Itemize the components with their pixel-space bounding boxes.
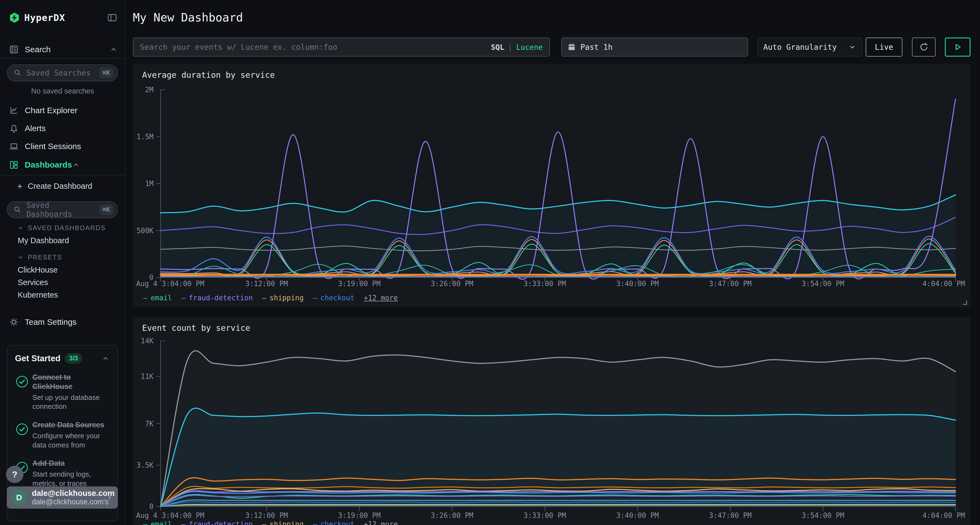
svg-text:3.5K: 3.5K [136, 461, 154, 469]
refresh-button[interactable] [912, 38, 935, 57]
chevron-down-icon [17, 254, 24, 261]
legend-label: shipping [269, 520, 304, 525]
plus-icon [16, 182, 24, 190]
sidebar-item-label: Dashboards [25, 160, 72, 170]
svg-text:Aug 4 3:04:00 PM: Aug 4 3:04:00 PM [136, 280, 204, 288]
get-started-item-sources[interactable]: Create Data Sources Configure where your… [15, 420, 110, 450]
toolbar: Search your events w/ Lucene ex. column:… [125, 38, 980, 57]
legend-item[interactable]: —email [143, 520, 172, 525]
legend-item[interactable]: —checkout [313, 520, 355, 525]
sidebar-item-clickhouse[interactable]: ClickHouse [18, 265, 58, 274]
check-circle-icon [15, 373, 32, 411]
sidebar-item-alerts[interactable]: Alerts [0, 122, 125, 135]
get-started-header[interactable]: Get Started 3/3 [15, 353, 110, 364]
sidebar-item-label: Team Settings [25, 317, 76, 327]
svg-text:14K: 14K [141, 337, 154, 345]
user-team: dale@clickhouse.com's [32, 498, 105, 506]
time-range-value: Past 1h [581, 43, 612, 52]
legend-swatch: — [181, 520, 186, 525]
legend-item[interactable]: —shipping [262, 294, 304, 302]
svg-text:3:33:00 PM: 3:33:00 PM [523, 511, 566, 520]
sidebar-item-client-sessions[interactable]: Client Sessions [0, 140, 125, 153]
svg-text:3:54:00 PM: 3:54:00 PM [802, 280, 845, 288]
user-menu[interactable]: D dale@clickhouse.com dale@clickhouse.co… [7, 486, 118, 509]
get-started-progress-badge: 3/3 [65, 353, 82, 364]
main-content: My New Dashboard Search your events w/ L… [125, 0, 980, 525]
legend-item[interactable]: —email [143, 294, 172, 302]
svg-text:3:12:00 PM: 3:12:00 PM [245, 280, 288, 288]
section-saved-dashboards[interactable]: SAVED DASHBOARDS [17, 224, 106, 232]
check-circle-icon [15, 420, 32, 450]
svg-text:3:33:00 PM: 3:33:00 PM [523, 280, 566, 288]
lucene-toggle[interactable]: Lucene [516, 43, 543, 51]
legend-item[interactable]: —fraud-detection [181, 520, 253, 525]
legend-swatch: — [262, 294, 266, 302]
legend-swatch: — [143, 520, 148, 525]
event-search-input[interactable]: Search your events w/ Lucene ex. column:… [133, 38, 550, 57]
task-title: Connect to ClickHouse [32, 373, 110, 392]
sidebar-item-team-settings[interactable]: Team Settings [0, 316, 125, 328]
legend-item[interactable]: —checkout [313, 294, 355, 302]
help-button[interactable]: ? [6, 466, 24, 483]
chevron-down-icon [17, 224, 24, 232]
search-placeholder: Search your events w/ Lucene ex. column:… [140, 43, 337, 52]
section-label: PRESETS [28, 254, 62, 261]
panel-resize-handle[interactable] [961, 299, 967, 305]
legend-more-link[interactable]: +12 more [364, 294, 398, 302]
time-range-picker[interactable]: Past 1h [561, 38, 748, 57]
svg-text:500K: 500K [136, 227, 154, 235]
sidebar-item-search[interactable]: Search [0, 43, 125, 56]
create-dashboard-label: Create Dashboard [28, 182, 92, 191]
section-presets[interactable]: PRESETS [17, 254, 62, 261]
sidebar-collapse-icon[interactable] [107, 13, 117, 22]
sidebar-item-my-dashboard[interactable]: My Dashboard [18, 236, 69, 245]
legend-item[interactable]: —shipping [262, 520, 304, 525]
svg-text:2M: 2M [145, 86, 154, 94]
dashboards-icon [9, 160, 19, 170]
legend-swatch: — [143, 294, 148, 302]
svg-text:1.5M: 1.5M [136, 133, 154, 141]
legend-swatch: — [181, 294, 186, 302]
granularity-select[interactable]: Auto Granularity [757, 38, 862, 57]
chart-legend: —email—fraud-detection—shipping—checkout… [143, 294, 398, 302]
sidebar-item-label: Alerts [25, 124, 46, 133]
svg-text:0: 0 [149, 503, 154, 511]
granularity-value: Auto Granularity [763, 43, 837, 52]
sidebar-item-services[interactable]: Services [18, 278, 48, 287]
sidebar-item-dashboards[interactable]: Dashboards [0, 158, 125, 171]
sidebar-item-label: Chart Explorer [25, 106, 77, 115]
saved-dashboards-input[interactable]: Saved Dashboards ⌘K [7, 201, 118, 218]
app-title: HyperDX [24, 12, 65, 23]
play-icon [952, 41, 963, 52]
get-started-item-add-data[interactable]: Add Data Start sending logs, metrics, or… [15, 459, 110, 488]
legend-more-link[interactable]: +12 more [364, 520, 398, 525]
live-button[interactable]: Live [865, 38, 902, 57]
legend-swatch: — [313, 520, 317, 525]
legend-swatch: — [262, 520, 266, 525]
legend-label: checkout [320, 294, 355, 302]
chart-panel-event-count: Event count by service 14K11K7K3.5K0Aug … [133, 317, 970, 525]
chevron-up-icon [110, 45, 118, 54]
svg-text:3:40:00 PM: 3:40:00 PM [616, 511, 659, 520]
get-started-item-connect[interactable]: Connect to ClickHouse Set up your databa… [15, 373, 110, 411]
search-icon [13, 68, 22, 77]
saved-searches-input[interactable]: Saved Searches ⌘K [7, 65, 118, 81]
legend-label: shipping [269, 294, 304, 302]
create-dashboard-button[interactable]: Create Dashboard [16, 182, 92, 191]
page-title: My New Dashboard [133, 11, 243, 24]
legend-label: checkout [320, 520, 355, 525]
chevron-up-icon[interactable] [102, 354, 110, 363]
sidebar-item-kubernetes[interactable]: Kubernetes [18, 290, 58, 300]
laptop-icon [9, 141, 19, 151]
sidebar-item-label: Client Sessions [25, 142, 81, 151]
svg-text:3:47:00 PM: 3:47:00 PM [709, 511, 752, 520]
sql-toggle[interactable]: SQL [491, 43, 504, 51]
svg-text:7K: 7K [145, 420, 154, 428]
task-title: Create Data Sources [32, 420, 110, 430]
sidebar-item-chart-explorer[interactable]: Chart Explorer [0, 104, 125, 117]
run-query-button[interactable] [945, 38, 970, 57]
legend-item[interactable]: —fraud-detection [181, 294, 253, 302]
chart-explorer-icon [9, 106, 19, 115]
svg-text:3:54:00 PM: 3:54:00 PM [802, 511, 845, 520]
avg-duration-chart: 2M1.5M1M500K0Aug 4 3:04:00 PM3:12:00 PM3… [133, 63, 970, 308]
